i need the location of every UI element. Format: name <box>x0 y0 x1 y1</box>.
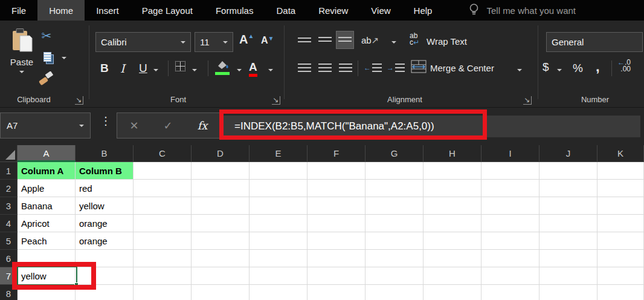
borders-button[interactable] <box>175 61 185 71</box>
column-header-A[interactable]: A <box>18 145 76 162</box>
cell[interactable] <box>365 267 423 285</box>
row-header-3[interactable]: 3 <box>0 197 18 215</box>
column-header-D[interactable]: D <box>192 145 250 162</box>
row-header-7[interactable]: 7 <box>0 267 18 285</box>
cell[interactable] <box>308 285 365 300</box>
underline-button[interactable]: U <box>139 62 147 75</box>
cell[interactable] <box>308 232 365 250</box>
column-header-F[interactable]: F <box>308 145 365 162</box>
cell[interactable] <box>192 267 250 285</box>
row-header-8[interactable]: 8 <box>0 285 18 300</box>
align-middle-button[interactable] <box>317 33 333 47</box>
cell[interactable] <box>423 232 481 250</box>
cell[interactable] <box>539 162 597 180</box>
row-header-4[interactable]: 4 <box>0 215 18 232</box>
cell[interactable] <box>308 180 365 197</box>
cell[interactable] <box>192 197 250 215</box>
cell[interactable] <box>481 215 539 232</box>
font-dialog-launcher[interactable]: ↘ <box>272 96 280 105</box>
cell[interactable] <box>481 250 539 267</box>
cell[interactable] <box>423 267 481 285</box>
cell-B7[interactable] <box>76 267 134 285</box>
column-header-H[interactable]: H <box>423 145 481 162</box>
cell[interactable] <box>423 215 481 232</box>
cell[interactable] <box>423 197 481 215</box>
column-header-K[interactable]: K <box>597 145 644 162</box>
tab-help[interactable]: Help <box>402 0 444 21</box>
cell[interactable] <box>134 232 192 250</box>
align-right-button[interactable] <box>337 60 354 75</box>
cell[interactable] <box>597 197 644 215</box>
percent-style-button[interactable]: % <box>573 62 583 75</box>
column-header-J[interactable]: J <box>539 145 597 162</box>
cell[interactable] <box>250 285 308 300</box>
cell[interactable] <box>365 232 423 250</box>
format-painter-button[interactable] <box>36 71 57 90</box>
paste-button[interactable]: Paste <box>6 28 37 88</box>
cell[interactable] <box>597 215 644 232</box>
column-header-G[interactable]: G <box>365 145 423 162</box>
cell[interactable] <box>308 215 365 232</box>
cell[interactable] <box>365 162 423 180</box>
accounting-format-caret[interactable] <box>557 69 562 71</box>
cell[interactable] <box>308 267 365 285</box>
cell[interactable] <box>192 232 250 250</box>
tell-me-search[interactable]: Tell me what you want <box>469 0 576 21</box>
cell[interactable] <box>365 180 423 197</box>
cell-B5[interactable]: orange <box>76 232 134 250</box>
cell[interactable] <box>134 215 192 232</box>
cell[interactable] <box>365 250 423 267</box>
cell[interactable] <box>539 267 597 285</box>
column-header-C[interactable]: C <box>134 145 192 162</box>
row-header-1[interactable]: 1 <box>0 162 18 180</box>
cell[interactable] <box>134 180 192 197</box>
accounting-format-button[interactable]: $ <box>543 60 549 74</box>
tab-home[interactable]: Home <box>37 0 85 21</box>
italic-button[interactable]: I <box>120 62 125 75</box>
merge-center-button[interactable]: Merge & Center <box>430 63 494 73</box>
clipboard-dialog-launcher[interactable]: ↘ <box>75 96 83 105</box>
cell[interactable] <box>250 250 308 267</box>
cell[interactable] <box>597 267 644 285</box>
underline-dropdown-caret[interactable] <box>153 69 158 71</box>
cell-B4[interactable]: orange <box>76 215 134 232</box>
tab-insert[interactable]: Insert <box>85 0 130 21</box>
cell-B6[interactable] <box>76 250 134 267</box>
insert-function-button[interactable]: fx <box>198 119 208 132</box>
active-cell-selection-border[interactable] <box>17 266 77 285</box>
cell[interactable] <box>365 197 423 215</box>
orientation-button[interactable]: ab↗ <box>361 35 379 46</box>
cell[interactable] <box>250 232 308 250</box>
cell[interactable] <box>134 162 192 180</box>
copy-button[interactable] <box>40 50 54 64</box>
cell[interactable] <box>539 232 597 250</box>
bold-button[interactable]: B <box>100 62 109 75</box>
row-header-2[interactable]: 2 <box>0 180 18 197</box>
orientation-caret[interactable] <box>391 41 396 44</box>
cell[interactable] <box>597 232 644 250</box>
cancel-button[interactable]: ✕ <box>129 119 138 132</box>
decrease-indent-button[interactable]: ← <box>364 60 382 75</box>
cell-A2[interactable]: Apple <box>18 180 76 197</box>
cell[interactable] <box>365 285 423 300</box>
cut-button[interactable]: ✂ <box>37 27 56 45</box>
cell-A3[interactable]: Banana <box>18 197 76 215</box>
cell[interactable] <box>539 285 597 300</box>
cell[interactable] <box>423 162 481 180</box>
cell[interactable] <box>539 197 597 215</box>
tab-file[interactable]: File <box>0 0 37 21</box>
paste-dropdown-caret[interactable] <box>19 71 24 73</box>
column-header-B[interactable]: B <box>76 145 134 162</box>
cell[interactable] <box>250 162 308 180</box>
cell[interactable] <box>481 232 539 250</box>
cell[interactable] <box>365 215 423 232</box>
increase-decimal-button[interactable]: ←.0 .00 <box>617 59 631 73</box>
formula-bar-options-dots[interactable]: ⋮ <box>100 114 111 128</box>
tab-review[interactable]: Review <box>307 0 359 21</box>
cell[interactable] <box>134 285 192 300</box>
font-name-combo[interactable]: Calibri <box>95 32 191 52</box>
fill-color-caret[interactable] <box>237 69 242 71</box>
cell[interactable] <box>308 162 365 180</box>
cell[interactable] <box>423 180 481 197</box>
borders-dropdown-caret[interactable] <box>192 69 197 71</box>
